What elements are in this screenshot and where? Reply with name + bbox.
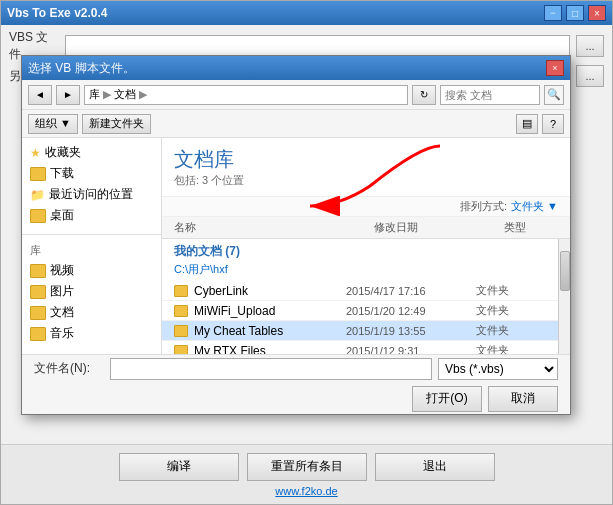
dialog-filetype-select[interactable]: Vbs (*.vbs) xyxy=(438,358,558,380)
file-folder-icon xyxy=(174,345,188,355)
file-list-header: 名称 修改日期 类型 xyxy=(162,217,570,239)
file-row-type: 文件夹 xyxy=(476,303,546,318)
dialog-filename-row: 文件名(N): Vbs (*.vbs) xyxy=(34,358,558,380)
left-separator xyxy=(22,234,161,235)
recent-icon: 📁 xyxy=(30,188,45,202)
file-dialog: 选择 VB 脚本文件。 × ◄ ► 库 ▶ 文档 ▶ ↻ 🔍 xyxy=(21,55,571,415)
library-header: 文档库 包括: 3 个位置 xyxy=(162,138,570,197)
minimize-button[interactable]: － xyxy=(544,5,562,21)
sort-value[interactable]: 文件夹 ▼ xyxy=(511,199,558,214)
pictures-folder-icon xyxy=(30,285,46,299)
file-row-name: MiWiFi_Upload xyxy=(174,304,346,318)
sort-bar: 排列方式: 文件夹 ▼ xyxy=(162,197,570,217)
main-content: VBS 文件 ... 另存为 ... 选择 VB 脚本文件。 × ◄ ► xyxy=(1,25,612,444)
organize-button[interactable]: 组织 ▼ xyxy=(28,114,78,134)
close-button[interactable]: × xyxy=(588,5,606,21)
file-row-type: 文件夹 xyxy=(476,343,546,354)
sort-label: 排列方式: xyxy=(460,199,507,214)
cancel-button[interactable]: 取消 xyxy=(488,386,558,412)
dialog-left-panel: ★ 收藏夹 下载 📁 最近访问的位置 桌面 xyxy=(22,138,162,354)
bottom-buttons: 编译 重置所有条目 退出 xyxy=(119,453,495,481)
file-list-scrollbar[interactable] xyxy=(558,239,570,354)
file-row-date: 2015/1/12 9:31 xyxy=(346,345,476,355)
dialog-close-button[interactable]: × xyxy=(546,60,564,76)
favorites-section: ★ 收藏夹 下载 📁 最近访问的位置 桌面 xyxy=(22,142,161,226)
file-row-date: 2015/1/20 12:49 xyxy=(346,305,476,317)
table-row[interactable]: CyberLink 2015/4/17 17:16 文件夹 xyxy=(162,281,558,301)
recent-label: 最近访问的位置 xyxy=(49,186,133,203)
documents-folder-icon xyxy=(30,306,46,320)
file-row-name: My Cheat Tables xyxy=(174,324,346,338)
pictures-label: 图片 xyxy=(50,283,74,300)
file-row-name: CyberLink xyxy=(174,284,346,298)
breadcrumb: 库 ▶ 文档 ▶ xyxy=(84,85,408,105)
folder-icon xyxy=(30,167,46,181)
reset-button[interactable]: 重置所有条目 xyxy=(247,453,367,481)
star-icon: ★ xyxy=(30,146,41,160)
file-row-type: 文件夹 xyxy=(476,283,546,298)
scrollbar-thumb[interactable] xyxy=(560,251,570,291)
favorites-label: 收藏夹 xyxy=(45,144,81,161)
forward-button[interactable]: ► xyxy=(56,85,80,105)
dialog-title-bar: 选择 VB 脚本文件。 × xyxy=(22,56,570,80)
table-row[interactable]: MiWiFi_Upload 2015/1/20 12:49 文件夹 xyxy=(162,301,558,321)
file-row-date: 2015/4/17 17:16 xyxy=(346,285,476,297)
col-name: 名称 xyxy=(162,217,370,238)
file-group-header: 我的文档 (7) xyxy=(162,239,558,262)
vbs-browse-button[interactable]: ... xyxy=(576,35,604,57)
dialog-main: ★ 收藏夹 下载 📁 最近访问的位置 桌面 xyxy=(22,138,570,354)
col-type: 类型 xyxy=(500,217,570,238)
breadcrumb-sep2: ▶ xyxy=(139,88,147,101)
video-label: 视频 xyxy=(50,262,74,279)
view-button[interactable]: ▤ xyxy=(516,114,538,134)
dialog-title-controls: × xyxy=(546,60,564,76)
open-button[interactable]: 打开(O) xyxy=(412,386,482,412)
sidebar-item-video[interactable]: 视频 xyxy=(22,260,161,281)
sidebar-item-recent[interactable]: 📁 最近访问的位置 xyxy=(22,184,161,205)
vbs-file-input[interactable] xyxy=(65,35,570,57)
dialog-search-input[interactable] xyxy=(440,85,540,105)
desktop-label: 桌面 xyxy=(50,207,74,224)
sidebar-item-music[interactable]: 音乐 xyxy=(22,323,161,344)
table-row[interactable]: My RTX Files 2015/1/12 9:31 文件夹 xyxy=(162,341,558,354)
dialog-toolbar: ◄ ► 库 ▶ 文档 ▶ ↻ 🔍 xyxy=(22,80,570,110)
dialog-bottom: 文件名(N): Vbs (*.vbs) 打开(O) 取消 xyxy=(22,354,570,414)
file-row-type: 文件夹 xyxy=(476,323,546,338)
exit-button[interactable]: 退出 xyxy=(375,453,495,481)
main-window: Vbs To Exe v2.0.4 － □ × VBS 文件 ... 另存为 .… xyxy=(0,0,613,505)
breadcrumb-sep1: ▶ xyxy=(103,88,111,101)
sidebar-item-pictures[interactable]: 图片 xyxy=(22,281,161,302)
library-title: 文档库 xyxy=(174,146,558,173)
search-icon-button[interactable]: 🔍 xyxy=(544,85,564,105)
file-path: C:\用户\hxf xyxy=(162,262,558,281)
desktop-folder-icon xyxy=(30,209,46,223)
library-header-label: 库 xyxy=(22,239,161,260)
dialog-filename-input[interactable] xyxy=(110,358,432,380)
bottom-bar: 编译 重置所有条目 退出 www.f2ko.de xyxy=(1,444,612,504)
sidebar-item-downloads[interactable]: 下载 xyxy=(22,163,161,184)
dialog-toolbar2: 组织 ▼ 新建文件夹 ▤ ? xyxy=(22,110,570,138)
back-button[interactable]: ◄ xyxy=(28,85,52,105)
website-link[interactable]: www.f2ko.de xyxy=(275,485,337,497)
refresh-button[interactable]: ↻ xyxy=(412,85,436,105)
saveas-browse-button[interactable]: ... xyxy=(576,65,604,87)
file-folder-icon xyxy=(174,285,188,297)
sidebar-item-desktop[interactable]: 桌面 xyxy=(22,205,161,226)
title-bar-controls: － □ × xyxy=(544,5,606,21)
maximize-button[interactable]: □ xyxy=(566,5,584,21)
sidebar-item-documents[interactable]: 文档 xyxy=(22,302,161,323)
col-date: 修改日期 xyxy=(370,217,500,238)
file-row-name: My RTX Files xyxy=(174,344,346,355)
dialog-right-panel: 文档库 包括: 3 个位置 排列方式: 文件夹 ▼ 名称 修改日期 类型 xyxy=(162,138,570,354)
file-folder-icon xyxy=(174,305,188,317)
sidebar-item-favorites[interactable]: ★ 收藏夹 xyxy=(22,142,161,163)
title-bar: Vbs To Exe v2.0.4 － □ × xyxy=(1,1,612,25)
table-row[interactable]: My Cheat Tables 2015/1/19 13:55 文件夹 xyxy=(162,321,558,341)
app-title: Vbs To Exe v2.0.4 xyxy=(7,6,108,20)
downloads-label: 下载 xyxy=(50,165,74,182)
music-label: 音乐 xyxy=(50,325,74,342)
compile-button[interactable]: 编译 xyxy=(119,453,239,481)
help-button[interactable]: ? xyxy=(542,114,564,134)
new-folder-button[interactable]: 新建文件夹 xyxy=(82,114,151,134)
file-list: 我的文档 (7) C:\用户\hxf CyberLink 2015/4/17 1… xyxy=(162,239,558,354)
